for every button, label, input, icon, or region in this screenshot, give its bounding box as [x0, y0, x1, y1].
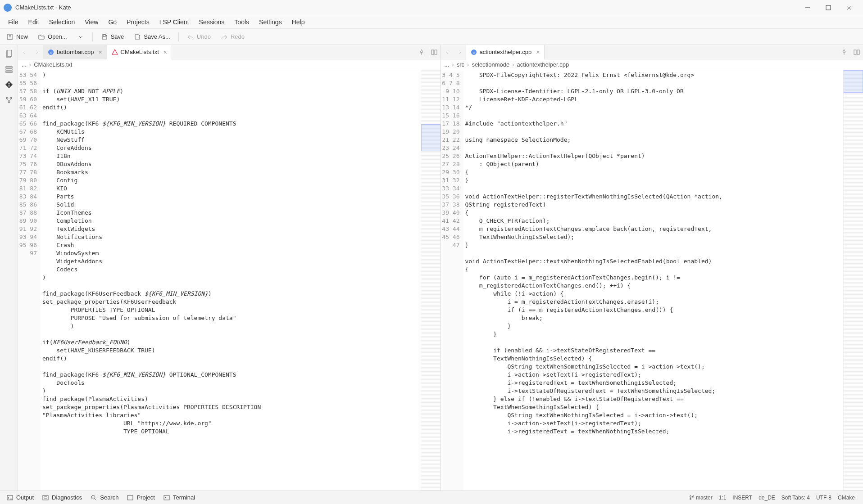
breadcrumb-left[interactable]: ...›CMakeLists.txt: [18, 59, 441, 70]
locale[interactable]: de_DE: [759, 495, 775, 501]
nav-back[interactable]: [18, 45, 31, 59]
git-branch-indicator[interactable]: master: [689, 495, 713, 501]
close-icon[interactable]: ×: [98, 49, 102, 56]
svg-point-40: [690, 495, 691, 497]
code-left[interactable]: ) if (UNIX AND NOT APPLE) set(HAVE_X11 T…: [41, 70, 421, 490]
diagnostics-label: Diagnostics: [52, 494, 82, 501]
titlebar: CMakeLists.txt - Kate: [0, 0, 863, 15]
svg-point-17: [10, 97, 12, 99]
redo-icon: [221, 33, 228, 40]
code-right[interactable]: SPDX-FileCopyrightText: 2022 Felix Ernst…: [463, 70, 844, 490]
menu-tools[interactable]: Tools: [230, 17, 254, 27]
menu-edit[interactable]: Edit: [24, 17, 44, 27]
open-dropdown[interactable]: [73, 32, 88, 42]
minimap-left[interactable]: [421, 70, 441, 490]
editor-body-right[interactable]: 3 4 5 6 7 8 9 10 11 12 13 14 15 16 17 18…: [441, 70, 863, 490]
saveas-label: Save As...: [144, 33, 170, 40]
svg-line-37: [95, 499, 96, 500]
breadcrumb-right[interactable]: ...›src›selectionmode›actiontexthelper.c…: [441, 59, 863, 70]
save-button[interactable]: Save: [97, 32, 128, 42]
breadcrumb-separator: ›: [29, 61, 31, 68]
close-icon[interactable]: ×: [164, 49, 167, 56]
saveas-icon: [134, 33, 141, 40]
svg-rect-7: [103, 35, 105, 36]
output-panel-button[interactable]: Output: [3, 492, 37, 503]
menu-settings[interactable]: Settings: [254, 17, 286, 27]
symbols-tool-button[interactable]: [1, 93, 17, 107]
minimap-right[interactable]: [843, 70, 863, 490]
insert-mode[interactable]: INSERT: [732, 495, 752, 501]
svg-marker-23: [112, 50, 118, 54]
menu-sessions[interactable]: Sessions: [195, 17, 229, 27]
window-title: CMakeLists.txt - Kate: [15, 4, 71, 11]
search-label: Search: [100, 494, 118, 501]
open-label: Open...: [48, 33, 67, 40]
saveas-button[interactable]: Save As...: [130, 32, 174, 42]
file-icon: c: [48, 49, 54, 55]
minimize-button[interactable]: [797, 0, 818, 15]
diagnostics-icon: [42, 494, 49, 501]
svg-rect-33: [43, 495, 48, 500]
maximize-button[interactable]: [818, 0, 839, 15]
search-panel-button[interactable]: Search: [86, 492, 122, 503]
diagnostics-panel-button[interactable]: Diagnostics: [38, 492, 86, 503]
app-icon: [4, 4, 12, 12]
quick-open-button[interactable]: [415, 45, 428, 59]
output-label: Output: [16, 494, 34, 501]
project-icon: [127, 494, 134, 501]
nav-back[interactable]: [441, 45, 454, 59]
cursor-position[interactable]: 1:1: [719, 495, 727, 501]
svg-line-19: [7, 99, 9, 101]
svg-text:c: c: [473, 50, 475, 54]
tab-actiontexthelper-cpp[interactable]: cactiontexthelper.cpp×: [466, 45, 545, 59]
breadcrumb-separator: ›: [452, 61, 454, 68]
tab-bar-right: cactiontexthelper.cpp×: [441, 45, 863, 59]
tab-CMakeLists-txt[interactable]: CMakeLists.txt×: [107, 45, 172, 59]
nav-forward[interactable]: [454, 45, 466, 59]
menu-selection[interactable]: Selection: [45, 17, 80, 27]
nav-forward[interactable]: [31, 45, 43, 59]
breadcrumb-segment[interactable]: ...: [445, 61, 450, 68]
tab-bottombar-cpp[interactable]: cbottombar.cpp×: [43, 45, 107, 59]
project-panel-button[interactable]: Project: [123, 492, 158, 503]
close-icon[interactable]: ×: [536, 49, 540, 56]
menu-lsp-client[interactable]: LSP Client: [155, 17, 194, 27]
menu-help[interactable]: Help: [287, 17, 309, 27]
editor-body-left[interactable]: 53 54 55 56 57 58 59 60 61 62 63 64 65 6…: [18, 70, 441, 490]
language-mode[interactable]: CMake: [838, 495, 855, 501]
close-button[interactable]: [839, 0, 859, 15]
menu-projects[interactable]: Projects: [122, 17, 154, 27]
breadcrumb-separator: ›: [467, 61, 469, 68]
svg-rect-9: [7, 50, 12, 56]
breadcrumb-segment[interactable]: actiontexthelper.cpp: [517, 61, 569, 68]
new-button[interactable]: New: [3, 32, 32, 42]
encoding[interactable]: UTF-8: [816, 495, 831, 501]
menu-file[interactable]: File: [4, 17, 23, 27]
redo-button[interactable]: Redo: [217, 32, 248, 42]
git-tool-button[interactable]: [1, 77, 17, 92]
breadcrumb-segment[interactable]: src: [457, 61, 464, 68]
svg-rect-39: [164, 495, 169, 500]
split-view-button[interactable]: [850, 45, 863, 59]
open-button[interactable]: Open...: [34, 32, 71, 42]
terminal-panel-button[interactable]: Terminal: [159, 492, 199, 503]
project-label: Project: [136, 494, 154, 501]
quick-open-button[interactable]: [838, 45, 850, 59]
menu-view[interactable]: View: [80, 17, 103, 27]
svg-point-42: [692, 495, 694, 497]
new-label: New: [16, 33, 28, 40]
breadcrumb-segment[interactable]: ...: [22, 61, 27, 68]
branch-name: master: [696, 495, 713, 501]
undo-button[interactable]: Undo: [183, 32, 214, 42]
indent-setting[interactable]: Soft Tabs: 4: [781, 495, 810, 501]
documents-tool-button[interactable]: [1, 47, 17, 61]
undo-icon: [187, 33, 194, 40]
svg-rect-1: [826, 5, 831, 10]
chevron-down-icon: [77, 33, 84, 40]
breadcrumb-segment[interactable]: selectionmode: [472, 61, 509, 68]
projects-tool-button[interactable]: [1, 62, 17, 76]
split-view-button[interactable]: [428, 45, 441, 59]
terminal-icon: [163, 494, 170, 501]
breadcrumb-segment[interactable]: CMakeLists.txt: [34, 61, 72, 68]
menu-go[interactable]: Go: [104, 17, 121, 27]
